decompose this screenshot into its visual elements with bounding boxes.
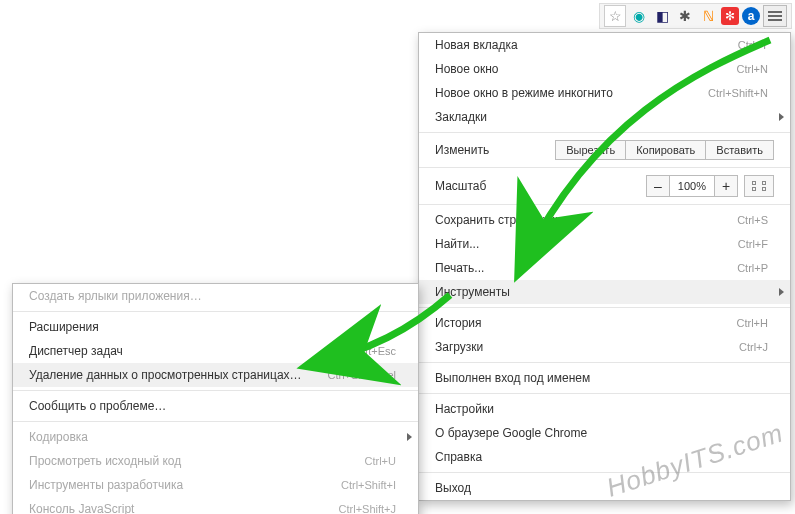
extension-shield-icon[interactable]: ◧ [652,6,672,26]
submenu-extensions[interactable]: Расширения [13,315,418,339]
separator [13,421,418,422]
extension-rss-icon[interactable]: ℕ [698,6,718,26]
separator [419,132,790,133]
zoom-value: 100% [669,175,715,197]
submenu-report-issue[interactable]: Сообщить о проблеме… [13,394,418,418]
edit-label: Изменить [435,143,527,157]
submenu-view-source[interactable]: Просмотреть исходный кодCtrl+U [13,449,418,473]
submenu-create-shortcuts: Создать ярлыки приложения… [13,284,418,308]
chevron-right-icon [407,433,412,441]
separator [419,393,790,394]
menu-edit-row: Изменить Вырезать Копировать Вставить [419,136,790,164]
submenu-js-console[interactable]: Консоль JavaScriptCtrl+Shift+J [13,497,418,514]
menu-save-page[interactable]: Сохранить страницу как...Ctrl+S [419,208,790,232]
separator [419,167,790,168]
copy-button[interactable]: Копировать [625,140,706,160]
zoom-in-button[interactable]: + [714,175,738,197]
fullscreen-button[interactable] [744,175,774,197]
fullscreen-icon [752,181,766,191]
separator [13,311,418,312]
menu-tools[interactable]: Инструменты [419,280,790,304]
cut-button[interactable]: Вырезать [555,140,626,160]
menu-downloads[interactable]: ЗагрузкиCtrl+J [419,335,790,359]
tools-submenu: Создать ярлыки приложения… Расширения Ди… [12,283,419,514]
menu-button[interactable] [763,5,787,27]
menu-new-tab[interactable]: Новая вкладкаCtrl+T [419,33,790,57]
separator [419,307,790,308]
browser-toolbar: ☆ ◉ ◧ ✱ ℕ ✻ a [599,3,792,29]
extension-a-icon[interactable]: a [742,7,760,25]
zoom-out-button[interactable]: – [646,175,670,197]
menu-find[interactable]: Найти...Ctrl+F [419,232,790,256]
menu-signed-in[interactable]: Выполнен вход под именем [419,366,790,390]
chevron-right-icon [779,113,784,121]
hamburger-icon [768,15,782,17]
bookmark-star-icon[interactable]: ☆ [604,5,626,27]
menu-zoom-row: Масштаб – 100% + [419,171,790,201]
separator [13,390,418,391]
menu-bookmarks[interactable]: Закладки [419,105,790,129]
menu-history[interactable]: ИсторияCtrl+H [419,311,790,335]
menu-print[interactable]: Печать...Ctrl+P [419,256,790,280]
zoom-label: Масштаб [435,179,527,193]
separator [419,362,790,363]
chevron-right-icon [779,288,784,296]
menu-new-window[interactable]: Новое окноCtrl+N [419,57,790,81]
extension-red-icon[interactable]: ✻ [721,7,739,25]
extension-bug-icon[interactable]: ✱ [675,6,695,26]
submenu-dev-tools[interactable]: Инструменты разработчикаCtrl+Shift+I [13,473,418,497]
submenu-clear-browsing-data[interactable]: Удаление данных о просмотренных страница… [13,363,418,387]
submenu-encoding[interactable]: Кодировка [13,425,418,449]
paste-button[interactable]: Вставить [705,140,774,160]
menu-incognito[interactable]: Новое окно в режиме инкогнитоCtrl+Shift+… [419,81,790,105]
extension-eye-icon[interactable]: ◉ [629,6,649,26]
submenu-task-manager[interactable]: Диспетчер задачShift+Esc [13,339,418,363]
separator [419,204,790,205]
menu-settings[interactable]: Настройки [419,397,790,421]
